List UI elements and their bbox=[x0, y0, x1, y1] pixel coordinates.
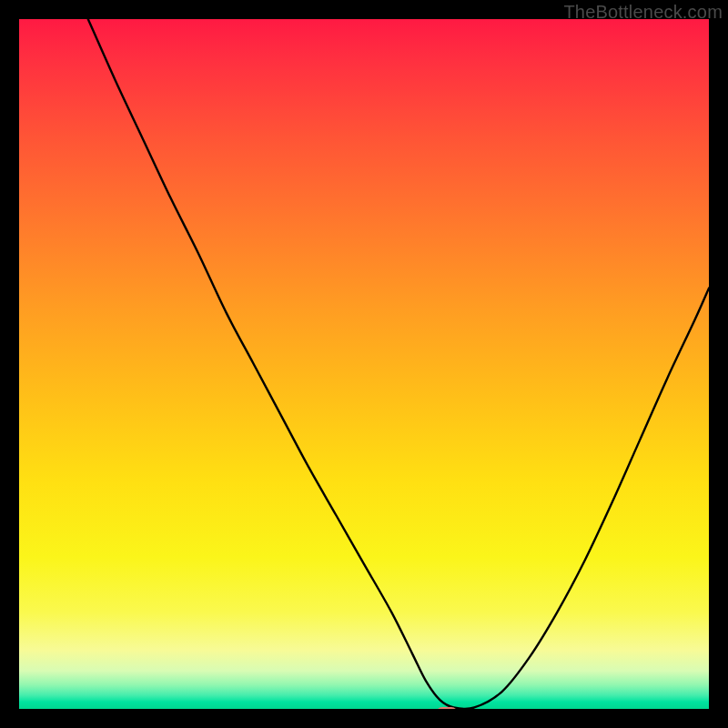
plot-area bbox=[19, 19, 709, 709]
watermark-text: TheBottleneck.com bbox=[563, 2, 723, 23]
chart-container: TheBottleneck.com bbox=[0, 0, 728, 728]
minimum-marker bbox=[436, 707, 458, 709]
bottleneck-curve bbox=[19, 19, 709, 709]
